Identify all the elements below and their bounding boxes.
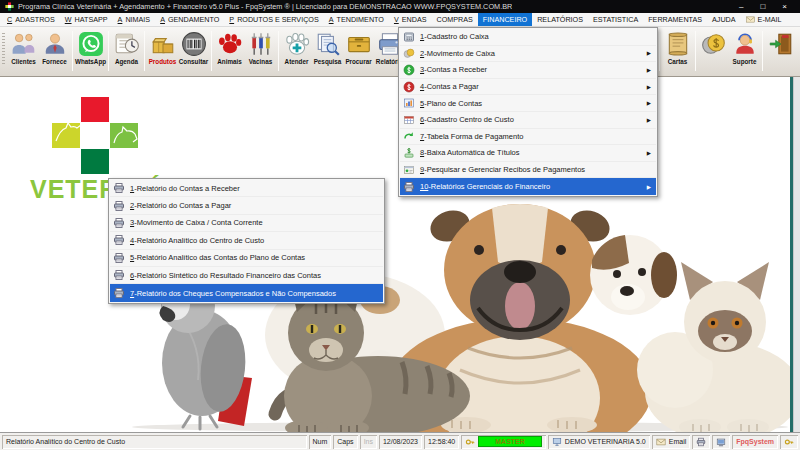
financeiro-menu-item-5-plano-de-contas[interactable]: 5-Plano de Contas▶ bbox=[400, 95, 656, 112]
close-button[interactable]: × bbox=[782, 2, 787, 11]
toolbar-button-label: WhatsApp bbox=[75, 58, 106, 65]
toolbar-separator bbox=[695, 31, 696, 71]
reports-submenu-item-6-relatorio-sintetico-do-resultado-financeiro-das-contas[interactable]: 6-Relatório Sintético do Resultado Finan… bbox=[110, 267, 383, 284]
menubar-item-vendas[interactable]: VENDAS bbox=[389, 13, 432, 26]
financeiro-menu-item-10-relatorios-gerenciais-do-financeiro[interactable]: 10-Relatórios Gerenciais do Financeiro▶ bbox=[400, 178, 656, 195]
submenu-arrow-icon: ▶ bbox=[647, 117, 651, 123]
menubar-item-hotkey: A bbox=[160, 15, 165, 24]
toolbar-button-suporte[interactable]: Suporte bbox=[729, 29, 760, 65]
statusbar-panel-ins: Ins bbox=[360, 435, 377, 449]
whatsapp-icon bbox=[78, 31, 104, 57]
menubar-item-e-mail[interactable]: E-MAIL bbox=[741, 13, 787, 26]
reports-submenu-item-2-relatorio-do-contas-a-pagar[interactable]: 2-Relatório do Contas a Pagar bbox=[110, 197, 383, 214]
statusbar-text: FpqSystem bbox=[736, 438, 774, 445]
menubar-item-label: ESTATISTICA bbox=[593, 15, 638, 24]
menubar-item-ferramentas[interactable]: FERRAMENTAS bbox=[643, 13, 707, 26]
toolbar-button-produtos[interactable]: Produtos bbox=[147, 29, 178, 65]
financeiro-menu-item-1-cadastro-do-caixa[interactable]: 1-Cadastro do Caixa bbox=[400, 29, 656, 46]
financeiro-menu-item-2-movimento-de-caixa[interactable]: 2-Movimento de Caixa▶ bbox=[400, 46, 656, 63]
toolbar-button-atender[interactable]: Atender bbox=[281, 29, 312, 65]
toolbar-separator bbox=[211, 31, 212, 71]
menubar-item-label: HATSAPP bbox=[75, 15, 108, 24]
toolbar-button-fornece[interactable]: Fornece bbox=[39, 29, 70, 65]
printer-icon bbox=[113, 234, 125, 246]
clients-icon bbox=[11, 31, 37, 57]
financeiro-menu-item-3-contas-a-receber[interactable]: 3-Contas a Receber▶ bbox=[400, 62, 656, 79]
statusbar-panel-caps: Caps bbox=[333, 435, 357, 449]
menubar-item-label: E-MAIL bbox=[758, 15, 782, 24]
financeiro-menu-item-6-cadastro-centro-de-custo[interactable]: 6-Cadastro Centro de Custo▶ bbox=[400, 112, 656, 129]
printer-icon bbox=[113, 269, 125, 281]
statusbar-panel-12-08-2023: 12/08/2023 bbox=[379, 435, 422, 449]
menu-item-text: -Relatório Analítico das Contas do Plano… bbox=[134, 253, 305, 262]
maximize-button[interactable]: □ bbox=[760, 2, 765, 11]
reports-submenu-item-5-relatorio-analitico-das-contas-do-plano-de-contas[interactable]: 5-Relatório Analítico das Contas do Plan… bbox=[110, 250, 383, 267]
menubar-item-label: ENDAS bbox=[402, 15, 427, 24]
menu-item-label: 2-Relatório do Contas a Pagar bbox=[130, 201, 231, 210]
menubar-item-compras[interactable]: COMPRAS bbox=[432, 13, 478, 26]
menu-item-label: 6-Relatório Sintético do Resultado Finan… bbox=[130, 271, 321, 280]
paw-icon bbox=[217, 31, 243, 57]
printer-icon bbox=[113, 287, 125, 299]
payable-icon bbox=[403, 81, 415, 93]
receipts-icon bbox=[403, 164, 415, 176]
statusbar-text: 12/08/2023 bbox=[383, 438, 418, 445]
chart-accounts-icon bbox=[403, 97, 415, 109]
menu-bar: CADASTROSWHATSAPPANIMAISAGENDAMENTOPRODU… bbox=[0, 13, 800, 27]
menubar-item-cadastros[interactable]: CADASTROS bbox=[2, 13, 60, 26]
menubar-item-animais[interactable]: ANIMAIS bbox=[113, 13, 156, 26]
menubar-item-relatorios[interactable]: RELATÓRIOS bbox=[532, 13, 588, 26]
menubar-item-ajuda[interactable]: AJUDA bbox=[707, 13, 741, 26]
financeiro-reports-submenu: 1-Relatório do Contas a Receber2-Relatór… bbox=[108, 178, 385, 304]
master-indicator: MASTER bbox=[478, 436, 542, 447]
menubar-item-produtos-e-servicos[interactable]: PRODUTOS E SERVIÇOS bbox=[224, 13, 323, 26]
statusbar-panel-master: MASTER bbox=[461, 435, 546, 449]
reports-submenu-item-3-movimento-de-caixa-conta-corrente[interactable]: 3-Movimento de Caixa / Conta Corrente bbox=[110, 215, 383, 232]
minimize-button[interactable]: – bbox=[739, 2, 743, 11]
toolbar-button-agenda[interactable]: Agenda bbox=[111, 29, 142, 65]
statusbar-panel-email: Email bbox=[652, 435, 691, 449]
toolbar-button-cartas[interactable]: Cartas bbox=[662, 29, 693, 65]
letters-icon bbox=[665, 31, 691, 57]
financeiro-menu-item-7-tabela-forma-de-pagamento[interactable]: 7-Tabela Forma de Pagamento bbox=[400, 129, 656, 146]
reports-submenu-item-7-relatorio-dos-cheques-compensados-e-nao-compensados[interactable]: 7-Relatório dos Cheques Compensados e Nã… bbox=[110, 284, 383, 301]
financeiro-menu-item-9-pesquisar-e-gerenciar-recibos-de-pagamentos[interactable]: 9-Pesquisar e Gerenciar Recibos de Pagam… bbox=[400, 162, 656, 179]
statusbar-panel-demo-veterinaria-5-0: DEMO VETERINARIA 5.0 bbox=[548, 435, 650, 449]
cash-register-icon bbox=[403, 31, 415, 43]
toolbar-button-vacinas[interactable]: Vacinas bbox=[245, 29, 276, 65]
toolbar-button-pesquisa[interactable]: Pesquisa bbox=[312, 29, 343, 65]
toolbar-button-label: Agenda bbox=[115, 58, 138, 65]
key-icon bbox=[784, 437, 794, 447]
reports-submenu-item-1-relatorio-do-contas-a-receber[interactable]: 1-Relatório do Contas a Receber bbox=[110, 180, 383, 197]
menubar-item-estatistica[interactable]: ESTATISTICA bbox=[588, 13, 643, 26]
toolbar-button-label: Cartas bbox=[668, 58, 688, 65]
menubar-item-hotkey: A bbox=[118, 15, 123, 24]
toolbar-separator bbox=[108, 31, 109, 71]
menubar-item-atendimento[interactable]: ATENDIMENTO bbox=[324, 13, 389, 26]
menu-item-label: 2-Movimento de Caixa bbox=[420, 49, 495, 58]
toolbar-button-whatsapp[interactable]: WhatsApp bbox=[75, 29, 106, 65]
toolbar-button-coins-icon[interactable] bbox=[698, 29, 729, 58]
menubar-item-hotkey: V bbox=[394, 15, 399, 24]
menubar-item-financeiro[interactable]: FINANCEIRO bbox=[478, 13, 532, 26]
menubar-item-label: NIMAIS bbox=[125, 15, 150, 24]
financeiro-menu-item-8-baixa-automatica-de-titulos[interactable]: 8-Baixa Automática de Títulos▶ bbox=[400, 145, 656, 162]
coins-icon bbox=[701, 31, 727, 57]
menubar-item-agendamento[interactable]: AGENDAMENTO bbox=[155, 13, 224, 26]
toolbar-button-animais[interactable]: Animais bbox=[214, 29, 245, 65]
toolbar-button-label: Clientes bbox=[11, 58, 36, 65]
financeiro-menu-item-4-contas-a-pagar[interactable]: 4-Contas a Pagar▶ bbox=[400, 79, 656, 96]
submenu-arrow-icon: ▶ bbox=[647, 150, 651, 156]
statusbar-panel-relatorio-analitico-do-centro-de-custo: Relatório Analítico do Centro de Custo bbox=[2, 435, 307, 449]
window-title: Programa Clínica Veterinária + Agendamen… bbox=[18, 2, 512, 11]
menubar-item-label: RODUTOS E SERVIÇOS bbox=[237, 15, 319, 24]
toolbar-button-exit-icon[interactable] bbox=[765, 29, 796, 58]
reports-submenu-item-4-relatorio-analitico-do-centro-de-custo[interactable]: 4-Relatório Analítico do Centro de Custo bbox=[110, 232, 383, 249]
menubar-item-whatsapp[interactable]: WHATSAPP bbox=[60, 13, 113, 26]
toolbar-button-consultar[interactable]: Consultar bbox=[178, 29, 209, 65]
toolbar-button-clientes[interactable]: Clientes bbox=[8, 29, 39, 65]
financeiro-dropdown-menu: 1-Cadastro do Caixa2-Movimento de Caixa▶… bbox=[398, 27, 658, 197]
toolbar-button-label: Suporte bbox=[733, 58, 757, 65]
toolbar-button-procurar[interactable]: Procurar bbox=[343, 29, 374, 65]
menu-item-label: 6-Cadastro Centro de Custo bbox=[420, 115, 514, 124]
